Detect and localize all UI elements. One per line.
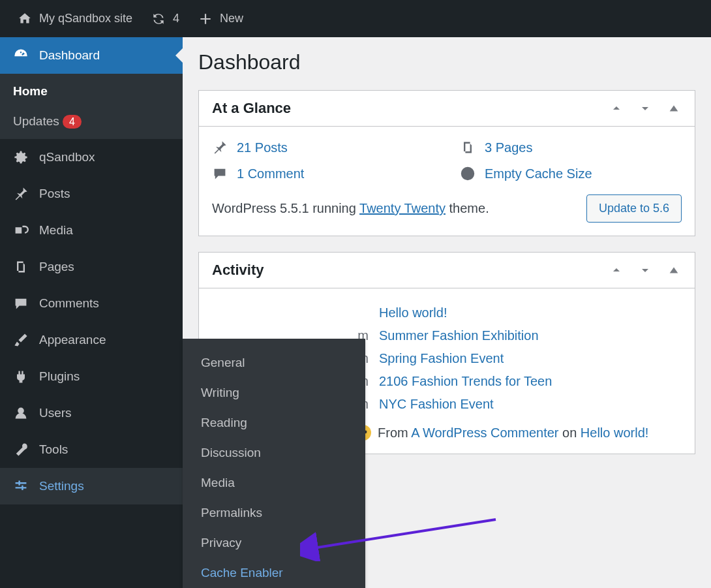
updates-badge: 4: [63, 115, 82, 129]
glance-posts[interactable]: 21 Posts: [212, 140, 434, 155]
activity-item: Hello world!: [356, 302, 682, 324]
menu-label: Pages: [39, 260, 74, 274]
admin-sidebar: Dashboard Home Updates 4 qSandbox Posts …: [0, 37, 183, 588]
brush-icon: [13, 332, 29, 348]
menu-label: Appearance: [39, 333, 106, 347]
user-icon: [13, 405, 29, 421]
menu-plugins[interactable]: Plugins: [0, 358, 183, 395]
toolbar-new-label: New: [220, 12, 243, 25]
submenu-home[interactable]: Home: [0, 76, 183, 106]
menu-label: Comments: [39, 296, 99, 311]
plus-icon: [198, 11, 213, 27]
media-icon: [13, 223, 29, 238]
menu-comments[interactable]: Comments: [0, 285, 183, 322]
flyout-media[interactable]: Media: [183, 468, 365, 498]
activity-suffix: [356, 305, 369, 320]
panel-header: Activity: [199, 253, 695, 288]
comment-icon: [212, 166, 228, 181]
menu-label: Media: [39, 223, 73, 238]
pages-icon: [13, 259, 29, 275]
wp-version-text: WordPress 5.5.1 running Twenty Twenty th…: [212, 201, 489, 216]
activity-title: Activity: [212, 262, 264, 279]
gear-icon: [13, 149, 29, 165]
comment-post-link[interactable]: Hello world!: [581, 426, 648, 440]
admin-toolbar: My qSandbox site 4 New: [0, 0, 711, 37]
menu-label: Settings: [39, 479, 84, 493]
sliders-icon: [13, 478, 29, 494]
flyout-privacy[interactable]: Privacy: [183, 528, 365, 558]
wrench-icon: [13, 442, 29, 457]
activity-item: mNYC Fashion Event: [356, 393, 682, 416]
chevron-down-icon[interactable]: [637, 262, 653, 278]
menu-label: qSandbox: [39, 150, 95, 164]
menu-media[interactable]: Media: [0, 212, 183, 249]
glance-comment[interactable]: 1 Comment: [212, 166, 434, 181]
pin-icon: [212, 140, 228, 155]
toolbar-site-link[interactable]: My qSandbox site: [8, 11, 142, 27]
panel-controls: [609, 101, 682, 116]
chevron-up-icon[interactable]: [609, 262, 624, 278]
svg-point-0: [462, 168, 474, 179]
dashboard-submenu: Home Updates 4: [0, 74, 183, 139]
pages-icon: [460, 140, 476, 155]
menu-tools[interactable]: Tools: [0, 431, 183, 468]
menu-label: Tools: [39, 442, 68, 457]
menu-label: Posts: [39, 187, 70, 201]
dashboard-icon: [13, 48, 29, 63]
activity-list: Hello world!mSummer Fashion ExhibitionmS…: [356, 302, 682, 416]
toolbar-updates[interactable]: 4: [142, 11, 189, 27]
glance-title: At a Glance: [212, 100, 291, 117]
flyout-general[interactable]: General: [183, 348, 365, 378]
activity-link[interactable]: Summer Fashion Exhibition: [379, 328, 539, 343]
plugin-icon: [13, 369, 29, 384]
glance-cache[interactable]: Empty Cache Size: [460, 166, 682, 181]
circle-icon: [460, 166, 476, 181]
theme-link[interactable]: Twenty Twenty: [359, 201, 446, 215]
comment-author-link[interactable]: A WordPress Commenter: [411, 426, 558, 440]
settings-flyout: General Writing Reading Discussion Media…: [183, 339, 365, 588]
flyout-reading[interactable]: Reading: [183, 408, 365, 438]
flyout-writing[interactable]: Writing: [183, 378, 365, 408]
flyout-cache-enabler[interactable]: Cache Enabler: [183, 558, 365, 588]
activity-link[interactable]: 2106 Fashion Trends for Teen: [379, 374, 552, 389]
menu-users[interactable]: Users: [0, 395, 183, 431]
menu-settings[interactable]: Settings: [0, 468, 183, 504]
panel-header: At a Glance: [199, 91, 695, 127]
glance-pages[interactable]: 3 Pages: [460, 140, 682, 155]
site-name: My qSandbox site: [39, 12, 132, 25]
flyout-permalinks[interactable]: Permalinks: [183, 498, 365, 528]
page-title: Dashboard: [198, 50, 695, 74]
activity-comment: From A WordPress Commenter on Hello worl…: [356, 416, 682, 441]
refresh-icon: [151, 11, 166, 27]
submenu-updates[interactable]: Updates 4: [0, 106, 183, 136]
menu-pages[interactable]: Pages: [0, 249, 183, 285]
chevron-up-icon[interactable]: [609, 101, 624, 116]
at-a-glance-panel: At a Glance 21 Posts 3 Pages: [198, 90, 695, 236]
menu-appearance[interactable]: Appearance: [0, 322, 183, 358]
menu-label: Users: [39, 406, 72, 420]
activity-item: mSummer Fashion Exhibition: [356, 324, 682, 347]
menu-posts[interactable]: Posts: [0, 176, 183, 212]
chevron-down-icon[interactable]: [637, 101, 653, 116]
comment-icon: [13, 296, 29, 311]
menu-label: Plugins: [39, 369, 80, 384]
activity-link[interactable]: NYC Fashion Event: [379, 397, 494, 412]
triangle-up-icon[interactable]: [666, 101, 682, 116]
activity-item: m2106 Fashion Trends for Teen: [356, 370, 682, 393]
triangle-up-icon[interactable]: [666, 262, 682, 278]
pin-icon: [13, 186, 29, 202]
menu-qsandbox[interactable]: qSandbox: [0, 139, 183, 176]
activity-link[interactable]: Hello world!: [379, 305, 447, 320]
toolbar-new[interactable]: New: [189, 11, 252, 27]
flyout-discussion[interactable]: Discussion: [183, 438, 365, 468]
activity-item: mSpring Fashion Event: [356, 347, 682, 370]
toolbar-updates-count: 4: [173, 12, 179, 25]
activity-link[interactable]: Spring Fashion Event: [379, 351, 504, 366]
update-button[interactable]: Update to 5.6: [586, 194, 682, 223]
menu-label: Dashboard: [39, 48, 100, 63]
panel-controls: [609, 262, 682, 278]
home-icon: [17, 11, 33, 27]
menu-dashboard[interactable]: Dashboard: [0, 37, 183, 74]
